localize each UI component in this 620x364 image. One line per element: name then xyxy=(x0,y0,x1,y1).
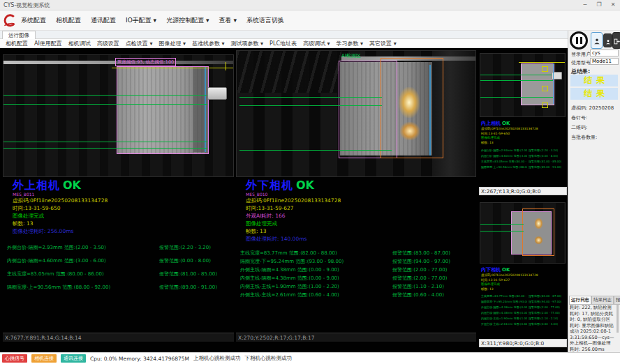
tb-baseline-params[interactable]: 基准线参数 ▾ xyxy=(192,40,225,47)
measurement-row: 外侧主线-主线=2.61mm 范围:(0.60 - 4.00) 报警范围:(0.… xyxy=(236,291,476,299)
tb-ai-usage-config[interactable]: AI使用配置 xyxy=(34,40,62,47)
camera-connect-badge: 相机连接 xyxy=(31,354,57,363)
measure-value: 隔圈宽度-下=95.24mm 范围:(93.00 - 98.00) xyxy=(481,299,527,305)
tab-run-image[interactable]: 运行图像 xyxy=(2,31,36,39)
measure-value: 主线宽度=83.77mm 范围:(82.00 - 88.00) xyxy=(240,249,388,257)
menu-light-control-config[interactable]: 光源控制配置 ▾ xyxy=(166,16,209,25)
status-ok: OK xyxy=(63,179,81,192)
window-controls: ─ ❐ ✕ xyxy=(578,0,620,10)
status-ok: OK xyxy=(296,179,314,192)
virtual-code-value: 20250208 xyxy=(589,105,614,111)
toolbar: 相机配置 AI使用配置 相机调试 高级设置 点检设置 ▾ 图像处理 ▾ 基准线参… xyxy=(0,39,568,48)
measure-value: 内侧主线-隔圈=4.38mm 范围:(0.00 - 9.00) xyxy=(240,274,388,282)
measure-value: 隔圈宽度-上=90.56mm 范围:(88.00 - 92.00) xyxy=(7,281,155,294)
alarm-range: 报警范围:(2.00 - 77.00) xyxy=(392,266,447,274)
result-display-1: 结果 xyxy=(570,75,618,86)
alarm-range: 报警范围:(2.00 - 77.00) xyxy=(392,274,447,282)
pause-button[interactable] xyxy=(570,31,588,50)
tb-advanced-debug[interactable]: 高级调试 ▾ xyxy=(303,40,330,47)
tb-learning-params[interactable]: 学习参数 ▾ xyxy=(337,40,364,47)
menu-comm-config[interactable]: 通讯配置 xyxy=(91,16,116,25)
lower-camera-heartbeat-msg: 下相机心跳检测成功 xyxy=(245,355,293,362)
left-result-block: 外上相机OK MES_B011 虚拟码:0Ff1iine202502081331… xyxy=(3,179,234,294)
camera-view-outer-upper[interactable]: 灰度阈值:93, 动态阈值:100 xyxy=(3,54,234,177)
menu-language-switch[interactable]: 系统语言切换 xyxy=(246,16,284,25)
frame-count-line: 帧数: 13 xyxy=(481,287,566,292)
measurement-row: 外侧台阶-隔圈=2.93mm 范围:(2.00 - 3.50) 报警范围:(2.… xyxy=(481,148,566,153)
frame-count-line: 帧数: 13 xyxy=(481,141,566,146)
tb-camera-debug[interactable]: 相机调试 xyxy=(68,40,91,47)
logout-exit-button[interactable] xyxy=(612,32,620,49)
tab-strip: 运行图像 xyxy=(0,31,568,39)
comm-connect-badge: 通讯连接 xyxy=(61,354,86,363)
measurement-row: 主线宽度=83.05mm 范围:(80.00 - 86.00) 报警范围:(81… xyxy=(481,159,566,165)
glow-spot xyxy=(400,122,420,140)
tab-run-log[interactable]: 运行日志 xyxy=(569,296,591,305)
measure-value: 隔圈宽度-下=95.24mm 范围:(93.00 - 98.00) xyxy=(240,257,388,266)
maximize-button[interactable]: ❐ xyxy=(592,0,606,10)
upper-camera-heartbeat-msg: 上相机心跳检测成功 xyxy=(193,355,241,362)
tab-result-log[interactable]: 结果日志 xyxy=(591,296,614,305)
app-logo-icon xyxy=(3,14,16,27)
alarm-range: 报警范围:(89.00 - 91.00) xyxy=(159,281,217,294)
yellow-tick xyxy=(226,62,226,70)
measure-value: 外侧台阶-隔圈=2.93mm 范围:(2.00 - 3.50) xyxy=(7,241,155,255)
blue-edge-line xyxy=(205,67,206,152)
menu-system-config[interactable]: 系统配置 xyxy=(21,16,46,25)
virtual-code-line: 虚拟码:0Ff1iine20250208133134728 xyxy=(13,197,234,204)
heartbeat-status-badge: 心跳信号 xyxy=(2,354,27,363)
model-field[interactable] xyxy=(590,58,619,65)
camera-view-outer-lower[interactable]: AI检测区 xyxy=(236,50,476,177)
camera-name: 外下相机 xyxy=(246,179,293,192)
user-icon xyxy=(605,34,611,47)
virtual-code-caption: 虚拟码: xyxy=(571,105,587,111)
login-user-label: 登录用户: xyxy=(571,51,592,58)
menu-view[interactable]: 查看 ▾ xyxy=(219,16,237,25)
tb-plc-address-table[interactable]: PLC地址表 xyxy=(270,40,297,47)
camera-name: 内下相机 xyxy=(481,267,501,273)
status-bar: 心跳信号 相机连接 通讯连接 Cpu: 0.0% Memory: 3424.41… xyxy=(0,352,620,364)
operator-login-button[interactable] xyxy=(591,32,603,49)
camera-name-title: 内上相机OK xyxy=(481,120,566,127)
alarm-range: 报警范围:(83.00 - 87.00) xyxy=(529,294,561,299)
minimize-button[interactable]: ─ xyxy=(578,0,592,10)
alarm-range: 报警范围:(94.00 - 97.00) xyxy=(392,257,450,266)
camera-name-title: 外下相机OK xyxy=(246,179,476,193)
alarm-range: 报警范围:(1.10 - 2.10) xyxy=(529,316,558,321)
alarm-range: 报警范围:(0.60 - 4.00) xyxy=(529,321,558,327)
mini-top-result-block: 内上相机OK 虚拟码:0Ff1iine20250208133134728 时间:… xyxy=(481,120,566,170)
camera-view-inner-upper[interactable] xyxy=(480,53,566,117)
process-done-line: 图像处理完成 xyxy=(246,220,476,227)
green-measure-line xyxy=(3,142,207,142)
status-ok: OK xyxy=(502,267,510,273)
glow-spot xyxy=(535,218,542,229)
tb-advanced-settings[interactable]: 高级设置 xyxy=(97,40,119,47)
camera-view-inner-lower[interactable] xyxy=(480,202,566,264)
result-display-2: 结果 xyxy=(570,88,618,100)
user-switch-button[interactable] xyxy=(603,33,612,47)
user-icon xyxy=(593,34,600,47)
tb-spot-check-settings[interactable]: 点检设置 ▾ xyxy=(126,40,153,47)
glow-spot xyxy=(399,87,420,118)
menu-io-config[interactable]: IO手配置 ▾ xyxy=(126,16,156,25)
close-button[interactable]: ✕ xyxy=(606,0,620,10)
tb-camera-config[interactable]: 相机配置 xyxy=(6,40,28,47)
model-label: 使用型号: xyxy=(571,59,592,66)
measurement-row: 隔圈宽度-下=95.24mm 范围:(93.00 - 98.00) 报警范围:(… xyxy=(236,257,476,266)
process-done-line: 图像处理完成 xyxy=(13,212,234,220)
virtual-code-line: 虚拟码:0Ff1iine20250208133134728 xyxy=(246,197,476,204)
threshold-overlay-label: 灰度阈值:93, 动态阈值:100 xyxy=(115,58,176,66)
log-scrollbar[interactable] xyxy=(617,305,619,333)
login-user-field[interactable] xyxy=(590,50,619,56)
tb-test-item-params[interactable]: 测试项参数 ▾ xyxy=(231,40,264,47)
yellow-marker xyxy=(542,103,548,108)
measure-value: 内侧主线-主线=1.90mm 范围:(1.00 - 2.20) xyxy=(481,316,527,321)
tb-image-processing[interactable]: 图像处理 ▾ xyxy=(158,40,186,47)
menu-camera-config[interactable]: 相机配置 xyxy=(56,16,81,25)
tab-alarm-log[interactable]: 报警日志 xyxy=(614,296,620,305)
app-window: CYS-视觉检测系统 ─ ❐ ✕ 系统配置 相机配置 通讯配置 IO手配置 ▾ … xyxy=(0,0,620,364)
status-ok: OK xyxy=(502,121,510,126)
pixel-coords-mini-top: X:267;Y:13;R:0;G:0;B:0 xyxy=(479,187,567,195)
tb-other-settings[interactable]: 其它设置 ▾ xyxy=(369,40,397,47)
alarm-range: 报警范围:(1.10 - 2.10) xyxy=(392,282,444,291)
